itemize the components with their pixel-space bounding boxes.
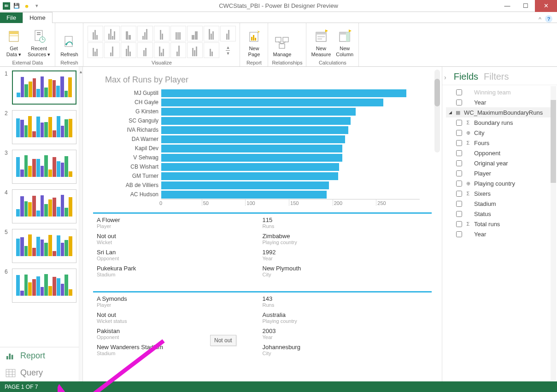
new-measure-button[interactable]: New Measure: [310, 25, 332, 59]
close-button[interactable]: ✕: [535, 0, 557, 12]
field-label[interactable]: Stadium: [474, 200, 496, 207]
chart-bar[interactable]: [161, 172, 338, 180]
fields-scrollbar[interactable]: [551, 86, 556, 380]
filters-tab[interactable]: Filters: [484, 71, 509, 82]
help-icon[interactable]: ?: [545, 15, 552, 23]
refresh-button[interactable]: Refresh: [59, 25, 79, 59]
field-label[interactable]: Year: [474, 231, 486, 238]
viz-tile[interactable]: [121, 42, 136, 58]
viz-tile[interactable]: [154, 42, 170, 58]
mode-query[interactable]: Query: [0, 364, 82, 381]
field-checkbox[interactable]: [456, 99, 462, 105]
get-data-button[interactable]: Get Data ▾: [4, 25, 24, 59]
tab-file[interactable]: File: [0, 12, 23, 23]
viz-tile[interactable]: [154, 26, 170, 41]
card-value: Zimbabwe: [263, 233, 428, 240]
field-label[interactable]: Winning team: [474, 89, 510, 96]
page-thumbnail[interactable]: [12, 229, 76, 263]
page-thumbnail[interactable]: [12, 269, 76, 303]
chart-bar[interactable]: [161, 181, 329, 189]
field-label[interactable]: Total runs: [474, 221, 500, 228]
fields-tab[interactable]: Fields: [454, 71, 478, 82]
svg-line-17: [278, 42, 282, 44]
chart-bar[interactable]: [161, 126, 348, 134]
field-label[interactable]: Sixers: [474, 190, 491, 197]
field-checkbox[interactable]: [456, 191, 462, 197]
table-name[interactable]: WC_MaximumBoundaryRuns: [464, 109, 543, 116]
field-label[interactable]: Original year: [474, 160, 508, 167]
field-checkbox[interactable]: [456, 201, 462, 207]
maximize-button[interactable]: ☐: [516, 0, 535, 12]
save-icon[interactable]: 💾: [13, 2, 20, 10]
field-label[interactable]: Playing country: [474, 180, 515, 187]
chart-bar[interactable]: [161, 154, 342, 162]
canvas-scrollbar[interactable]: [434, 70, 440, 152]
chart-bar[interactable]: [161, 191, 327, 199]
viz-tile[interactable]: [104, 42, 120, 58]
qat-dropdown-icon[interactable]: ▾: [33, 2, 41, 10]
smiley-icon[interactable]: ☻: [23, 2, 30, 10]
mode-report[interactable]: Report: [0, 347, 82, 364]
viz-gallery-expand-icon[interactable]: ▲▼: [220, 42, 236, 58]
page-thumbnail[interactable]: [12, 150, 76, 184]
field-label[interactable]: Player: [474, 170, 491, 177]
recent-sources-button[interactable]: Recent Sources ▾: [27, 25, 51, 59]
new-column-button[interactable]: New Column: [334, 25, 355, 59]
new-page-button[interactable]: New Page: [244, 25, 264, 59]
viz-tile[interactable]: [204, 26, 219, 41]
expand-icon[interactable]: ◢: [449, 110, 452, 115]
field-label[interactable]: Boundary runs: [474, 119, 513, 126]
field-checkbox[interactable]: [456, 231, 462, 237]
rail-scroll-up-icon[interactable]: ▲: [79, 70, 82, 74]
field-checkbox[interactable]: [456, 211, 462, 217]
field-checkbox[interactable]: [456, 130, 462, 136]
viz-tile[interactable]: [88, 26, 103, 41]
bar-chart[interactable]: MJ Guptill CH Gayle G Kirsten SC Ganguly…: [83, 88, 442, 206]
viz-tile[interactable]: [121, 26, 136, 41]
field-checkbox[interactable]: [456, 89, 462, 95]
viz-tile[interactable]: [220, 26, 236, 41]
field-label[interactable]: City: [474, 129, 484, 136]
svg-rect-4: [37, 32, 41, 33]
manage-button[interactable]: Manage: [272, 25, 292, 59]
chart-bar[interactable]: [161, 163, 339, 171]
data-card[interactable]: A SymondsPlayer 143RunsNot outWicket sta…: [93, 291, 432, 363]
chart-bar[interactable]: [161, 117, 351, 125]
field-label[interactable]: Opponent: [474, 150, 500, 157]
field-checkbox[interactable]: [456, 181, 462, 187]
chart-bar[interactable]: [161, 89, 406, 97]
report-canvas[interactable]: Max of Runs by Player MJ Guptill CH Gayl…: [83, 67, 442, 381]
page-thumbnail[interactable]: [12, 110, 76, 144]
field-label[interactable]: Fours: [474, 140, 489, 146]
collapse-ribbon-icon[interactable]: ^: [539, 16, 541, 23]
viz-tile[interactable]: [137, 26, 153, 41]
page-thumbnail[interactable]: [12, 70, 76, 105]
visualization-gallery[interactable]: ▲▼: [88, 26, 236, 58]
chart-bar[interactable]: [161, 108, 356, 116]
field-label[interactable]: Status: [474, 211, 491, 217]
thumb-number: 5: [5, 229, 9, 235]
viz-tile[interactable]: [88, 42, 103, 58]
viz-tile[interactable]: [170, 26, 186, 41]
chart-bar[interactable]: [161, 135, 345, 143]
field-label[interactable]: Year: [474, 99, 486, 106]
field-checkbox[interactable]: [456, 120, 462, 126]
chart-bar[interactable]: [161, 99, 383, 106]
minimize-button[interactable]: —: [498, 0, 516, 12]
page-thumbnail[interactable]: [12, 189, 76, 223]
field-checkbox[interactable]: [456, 140, 462, 146]
field-checkbox[interactable]: [456, 160, 462, 166]
viz-tile[interactable]: [187, 26, 203, 41]
viz-tile[interactable]: [170, 42, 186, 58]
chevron-right-icon[interactable]: ›: [444, 74, 446, 81]
field-checkbox[interactable]: [456, 221, 462, 227]
data-card[interactable]: A FlowerPlayer 115RunsNot outWicket Zimb…: [93, 212, 432, 285]
viz-tile[interactable]: [137, 42, 153, 58]
viz-tile[interactable]: [204, 42, 219, 58]
viz-tile[interactable]: [104, 26, 120, 41]
chart-bar[interactable]: [161, 145, 342, 152]
field-checkbox[interactable]: [456, 170, 462, 176]
field-checkbox[interactable]: [456, 150, 462, 156]
tab-home[interactable]: Home: [23, 12, 53, 23]
viz-tile[interactable]: [187, 42, 203, 58]
